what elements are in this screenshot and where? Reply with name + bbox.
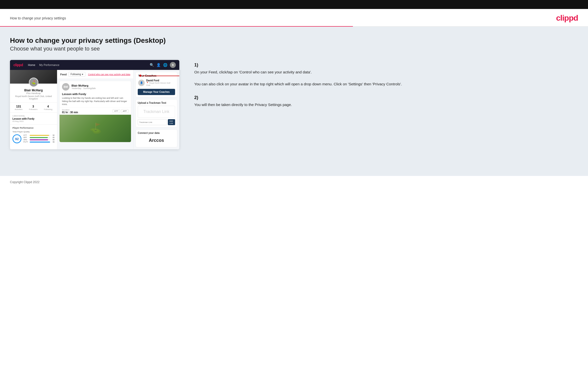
- feed-header: Feed Following ▾ Control who can see you…: [57, 70, 133, 79]
- annotation-arrow: [142, 76, 179, 76]
- profile-stats: 131 Activities 3 Followers 4 Following: [10, 103, 57, 113]
- score-circle: 92: [12, 134, 21, 143]
- nav-links: Home My Performance: [28, 63, 59, 66]
- tag-ott: OTT: [113, 109, 120, 113]
- player-performance: Player Performance Total Player Quality …: [10, 124, 57, 145]
- step1-number: 1): [194, 62, 578, 68]
- latest-activity-date: 03 Aug 2022: [12, 120, 55, 122]
- person-icon[interactable]: 👤: [156, 63, 161, 67]
- post-desc: Looking to feel like my hands are exitin…: [60, 97, 131, 107]
- latest-activity-name: Lesson with Fordy: [12, 117, 55, 120]
- privacy-link[interactable]: Control who can see your activity and da…: [88, 73, 130, 76]
- stat-followers-num: 3: [29, 105, 37, 108]
- coach-name: David Ford: [146, 79, 175, 82]
- app-nav: clippd Home My Performance 🔍 👤 🌐 B: [10, 60, 179, 70]
- feed-tab: Feed: [60, 73, 67, 76]
- avatar[interactable]: B: [170, 62, 176, 68]
- stat-activities-label: Activities: [15, 108, 23, 110]
- duration-val: 01 hr : 30 min: [62, 111, 78, 114]
- profile-avatar: ⛳: [29, 78, 38, 87]
- stats-bars: OTT 90 APP 85 ARG: [23, 134, 55, 143]
- post-author: Blair McHarg: [71, 84, 96, 87]
- content-layout: clippd Home My Performance 🔍 👤 🌐 B ⛳: [10, 60, 578, 149]
- clippd-logo: clippd: [556, 13, 578, 23]
- post-avatar: BM: [62, 83, 69, 91]
- bar-app: APP 85: [23, 137, 55, 138]
- trackman-title: Upload a Trackman Test: [138, 102, 175, 104]
- main-content: How to change your privacy settings (Des…: [0, 27, 588, 176]
- stat-followers: 3 Followers: [29, 105, 37, 110]
- step1-text: On your Feed, click/tap on 'Control who …: [194, 69, 578, 87]
- annotation-dot: [139, 75, 141, 77]
- page-subtitle: Choose what you want people to see: [10, 46, 578, 52]
- instructions-panel: 1) On your Feed, click/tap on 'Control w…: [189, 60, 578, 116]
- bar-putt: PUTT 96: [23, 141, 55, 143]
- stat-following-label: Following: [44, 108, 52, 110]
- nav-link-performance[interactable]: My Performance: [39, 63, 60, 66]
- bar-arg: ARG 86: [23, 139, 55, 141]
- pp-quality-label: Total Player Quality: [12, 131, 55, 133]
- nav-link-home[interactable]: Home: [28, 63, 35, 66]
- post-duration: Duration 01 hr : 30 min OTT APP: [60, 107, 131, 115]
- post-title: Lesson with Fordy: [60, 93, 131, 97]
- stat-following-num: 4: [44, 105, 52, 108]
- site-footer: Copyright Clippd 2022: [0, 176, 588, 188]
- step2-number: 2): [194, 95, 578, 100]
- coach-avatar: 👤: [138, 80, 145, 86]
- bar-ott: OTT 90: [23, 134, 55, 136]
- profile-banner: ⛳: [10, 70, 57, 84]
- site-header: How to change your privacy settings clip…: [0, 9, 588, 26]
- connect-title: Connect your data: [138, 132, 175, 134]
- breadcrumb: How to change your privacy settings: [10, 16, 66, 20]
- manage-coaches-button[interactable]: Manage Your Coaches: [138, 89, 175, 95]
- coach-club: 📍 Royal North Devon Golf Club: [146, 82, 175, 86]
- nav-icons: 🔍 👤 🌐 B: [150, 62, 176, 68]
- trackman-placeholder: Trackman Link: [138, 106, 175, 118]
- pp-title: Player Performance: [12, 127, 55, 129]
- feed-post: BM Blair McHarg Yesterday · Sunningdale …: [59, 81, 131, 142]
- arccos-brand: Arccos: [138, 136, 175, 145]
- add-link-button[interactable]: Add Link: [168, 119, 175, 125]
- stat-following: 4 Following: [44, 105, 52, 110]
- pp-chart: 92 OTT 90 APP 85: [12, 134, 55, 143]
- app-mockup: clippd Home My Performance 🔍 👤 🌐 B ⛳: [10, 60, 179, 149]
- stat-activities: 131 Activities: [15, 105, 23, 110]
- search-icon[interactable]: 🔍: [150, 63, 154, 67]
- stat-followers-label: Followers: [29, 108, 37, 110]
- instruction-step1: 1) On your Feed, click/tap on 'Control w…: [194, 62, 578, 87]
- step2-text: You will then be taken directly to the P…: [194, 102, 578, 108]
- top-bar: [0, 0, 588, 9]
- following-button[interactable]: Following ▾: [68, 72, 85, 77]
- instruction-step2: 2) You will then be taken directly to th…: [194, 95, 578, 108]
- app-nav-logo: clippd: [13, 63, 23, 67]
- trackman-input[interactable]: [138, 119, 167, 125]
- trackman-card: Upload a Trackman Test Trackman Link Add…: [135, 99, 177, 127]
- globe-icon[interactable]: 🌐: [163, 63, 167, 67]
- app-body: ⛳ Blair McHarg Plus Handicap Royal North…: [10, 70, 179, 149]
- profile-handicap: Plus Handicap: [12, 92, 55, 95]
- latest-activity: Latest Activity Lesson with Fordy 03 Aug…: [10, 113, 57, 124]
- copyright: Copyright Clippd 2022: [10, 180, 40, 184]
- connect-card: Connect your data Arccos: [135, 129, 177, 147]
- latest-activity-label: Latest Activity: [12, 115, 55, 117]
- coach-item: 👤 David Ford 📍 Royal North Devon Golf Cl…: [136, 78, 177, 87]
- duration-label: Duration: [62, 109, 78, 111]
- post-header: BM Blair McHarg Yesterday · Sunningdale: [60, 81, 131, 93]
- post-image: ⛳: [60, 115, 131, 142]
- right-panel: Your Coaches 👤 David Ford 📍 Royal North …: [133, 70, 179, 149]
- coaches-title: Your Coaches: [136, 72, 177, 78]
- profile-name: Blair McHarg: [12, 89, 55, 92]
- feed-panel: Feed Following ▾ Control who can see you…: [57, 70, 133, 149]
- profile-club: Royal North Devon Golf Club, United King…: [12, 95, 55, 100]
- post-date: Yesterday · Sunningdale: [71, 87, 96, 90]
- stat-activities-num: 131: [15, 105, 23, 108]
- profile-panel: ⛳ Blair McHarg Plus Handicap Royal North…: [10, 70, 57, 149]
- tag-app: APP: [121, 109, 129, 113]
- page-title: How to change your privacy settings (Des…: [10, 37, 578, 45]
- post-tags: OTT APP: [113, 109, 129, 113]
